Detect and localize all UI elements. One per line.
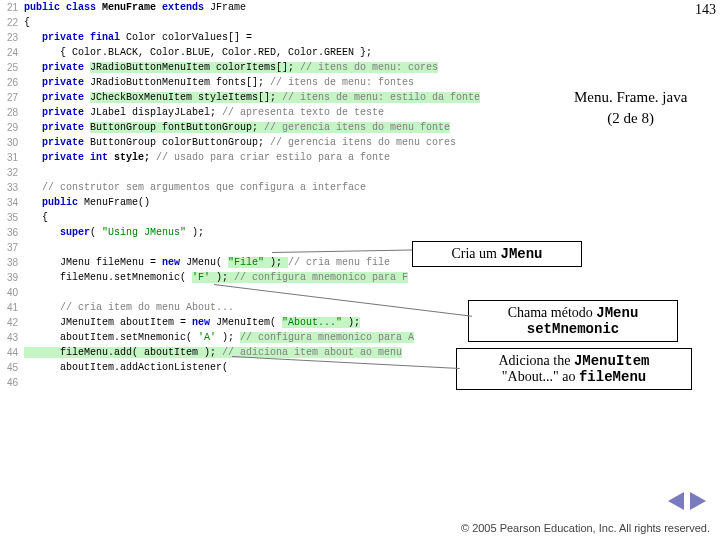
line-number: 44 <box>0 347 24 358</box>
callout-setmnemonic: Chama método JMenu setMnemonic <box>468 300 678 342</box>
code-token <box>24 302 60 313</box>
code-token: // itens de menu: fontes <box>270 77 414 88</box>
code-line: 27 private JCheckBoxMenuItem styleItems[… <box>0 90 548 105</box>
code-token: 'A' <box>198 332 216 343</box>
code-line: 42 JMenuItem aboutItem = new JMenuItem( … <box>0 315 548 330</box>
code-token: JFrame <box>210 2 246 13</box>
code-line: 36 super( "Using JMenus" ); <box>0 225 548 240</box>
code-line: 22{ <box>0 15 548 30</box>
code-token: private <box>42 62 90 73</box>
code-content: private ButtonGroup colorButtonGroup; //… <box>24 137 456 148</box>
code-token: private <box>42 77 90 88</box>
code-token: JMenu( <box>186 257 228 268</box>
code-line: 41 // cria item do menu About... <box>0 300 548 315</box>
code-token <box>24 107 42 118</box>
code-token: public class <box>24 2 102 13</box>
code-token: // gerencia itens do menu fonte <box>264 122 450 133</box>
code-token: fileMenu.add( aboutItem ); <box>24 347 222 358</box>
code-token: { <box>24 17 30 28</box>
prev-arrow-icon[interactable] <box>668 492 684 510</box>
code-line: 43 aboutItem.setMnemonic( 'A' ); // conf… <box>0 330 548 345</box>
code-token: private int <box>42 152 114 163</box>
line-number: 28 <box>0 107 24 118</box>
code-token <box>24 92 42 103</box>
code-token: MenuFrame() <box>84 197 150 208</box>
code-line: 31 private int style; // usado para cria… <box>0 150 548 165</box>
code-token: // apresenta texto de teste <box>222 107 384 118</box>
code-token: // gerencia itens do menu cores <box>270 137 456 148</box>
code-token <box>24 137 42 148</box>
code-line: 29 private ButtonGroup fontButtonGroup; … <box>0 120 548 135</box>
line-number: 42 <box>0 317 24 328</box>
code-token: extends <box>162 2 210 13</box>
code-token: Color colorValues[] = <box>126 32 252 43</box>
copyright-symbol: © <box>461 522 469 534</box>
code-token: ); <box>210 272 234 283</box>
code-content: super( "Using JMenus" ); <box>24 227 204 238</box>
code-content: JMenuItem aboutItem = new JMenuItem( "Ab… <box>24 317 360 328</box>
code-token <box>24 62 42 73</box>
callout-create-jmenu: Cria um JMenu <box>412 241 582 267</box>
line-number: 31 <box>0 152 24 163</box>
code-content: public class MenuFrame extends JFrame <box>24 2 246 13</box>
code-token: ); <box>342 317 360 328</box>
line-number: 36 <box>0 227 24 238</box>
code-token: private <box>42 92 90 103</box>
code-token: ); <box>264 257 288 268</box>
code-content: private ButtonGroup fontButtonGroup; // … <box>24 122 450 133</box>
code-token: MenuFrame <box>102 2 162 13</box>
code-token <box>24 32 42 43</box>
code-token: new <box>192 317 216 328</box>
code-token: JLabel displayJLabel; <box>90 107 222 118</box>
code-line: 39 fileMenu.setMnemonic( 'F' ); // confi… <box>0 270 548 285</box>
code-token: "File" <box>228 257 264 268</box>
line-number: 26 <box>0 77 24 88</box>
code-token: // itens do menu: cores <box>300 62 438 73</box>
code-token: ( <box>90 227 102 238</box>
code-line: 24 { Color.BLACK, Color.BLUE, Color.RED,… <box>0 45 548 60</box>
line-number: 21 <box>0 2 24 13</box>
code-content: // cria item do menu About... <box>24 302 234 313</box>
code-token: public <box>42 197 84 208</box>
line-number: 24 <box>0 47 24 58</box>
line-number: 32 <box>0 167 24 178</box>
line-number: 34 <box>0 197 24 208</box>
code-token: private <box>42 137 90 148</box>
line-number: 30 <box>0 137 24 148</box>
next-arrow-icon[interactable] <box>690 492 706 510</box>
code-line: 35 { <box>0 210 548 225</box>
line-number: 33 <box>0 182 24 193</box>
line-number: 23 <box>0 32 24 43</box>
code-token: JMenuItem aboutItem = <box>24 317 192 328</box>
code-content: public MenuFrame() <box>24 197 150 208</box>
code-token: JMenuItem( <box>216 317 282 328</box>
code-content: aboutItem.setMnemonic( 'A' ); // configu… <box>24 332 414 343</box>
line-number: 38 <box>0 257 24 268</box>
line-number: 22 <box>0 17 24 28</box>
callout-filename: Menu. Frame. java (2 de 8) <box>564 85 697 131</box>
code-token: ButtonGroup colorButtonGroup; <box>90 137 270 148</box>
code-token <box>24 152 42 163</box>
code-token <box>24 122 42 133</box>
code-token: { Color.BLACK, Color.BLUE, Color.RED, Co… <box>24 47 372 58</box>
code-content: { <box>24 17 30 28</box>
code-token: ); <box>186 227 204 238</box>
code-token: private <box>42 107 90 118</box>
code-token: "Using JMenus" <box>102 227 186 238</box>
code-line: 32 <box>0 165 548 180</box>
line-number: 43 <box>0 332 24 343</box>
code-token: JCheckBoxMenuItem styleItems[]; <box>90 92 282 103</box>
line-number: 41 <box>0 302 24 313</box>
code-content: { <box>24 212 48 223</box>
code-line: 40 <box>0 285 548 300</box>
code-token: ButtonGroup fontButtonGroup; <box>90 122 264 133</box>
callout-mono: JMenu <box>596 305 638 321</box>
callout-subtitle: (2 de 8) <box>574 110 687 127</box>
code-token: // itens de menu: estilo da fonte <box>282 92 480 103</box>
code-token: // configura mnemonico para A <box>240 332 414 343</box>
callout-mono: JMenu <box>500 246 542 262</box>
code-content: JMenu fileMenu = new JMenu( "File" ); //… <box>24 257 390 268</box>
code-content: // construtor sem argumentos que configu… <box>24 182 366 193</box>
code-token: // configura mnemonico para F <box>234 272 408 283</box>
line-number: 46 <box>0 377 24 388</box>
